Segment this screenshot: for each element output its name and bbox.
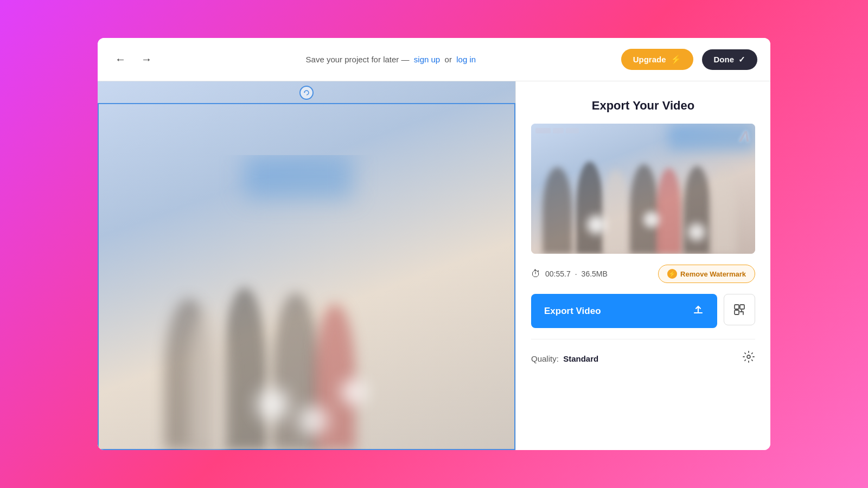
svg-rect-1 — [735, 305, 739, 309]
svg-point-4 — [747, 355, 750, 358]
export-buttons-row: Export Video — [531, 294, 755, 328]
preview-crowd-bg — [531, 124, 755, 254]
meta-separator: · — [575, 269, 577, 278]
share-button[interactable] — [724, 294, 755, 325]
log-in-link[interactable]: log in — [456, 55, 476, 64]
meta-row: ⏱ 00:55.7 · 36.5MB ⚡ Remove Watermark — [531, 265, 755, 283]
app-wrapper: ← → Save your project for later — sign u… — [98, 38, 770, 450]
preview-logo-watermark: Λ — [739, 128, 750, 145]
video-preview: Λ — [531, 124, 755, 254]
watermark-upgrade-icon: ⚡ — [667, 269, 677, 279]
nav-buttons: ← → — [111, 51, 156, 68]
done-button[interactable]: Done ✓ — [702, 49, 758, 70]
crowd-silhouettes — [98, 155, 515, 450]
upload-icon — [692, 304, 704, 318]
rotation-handle[interactable] — [299, 86, 314, 100]
svg-rect-3 — [735, 310, 739, 314]
video-duration: 00:55.7 — [545, 269, 571, 278]
back-button[interactable]: ← — [111, 51, 130, 68]
export-panel: Export Your Video — [515, 81, 770, 450]
remove-watermark-button[interactable]: ⚡ Remove Watermark — [658, 265, 755, 283]
top-bar: ← → Save your project for later — sign u… — [98, 38, 770, 81]
export-title: Export Your Video — [531, 99, 755, 113]
save-message: Save your project for later — sign up or… — [169, 55, 612, 64]
main-content: Export Your Video — [98, 81, 770, 450]
svg-rect-2 — [740, 305, 744, 309]
video-meta: ⏱ 00:55.7 · 36.5MB — [531, 268, 608, 280]
upgrade-button[interactable]: Upgrade ⚡ — [621, 49, 693, 70]
preview-watermark — [535, 128, 579, 133]
forward-button[interactable]: → — [137, 51, 156, 68]
quality-settings-button[interactable] — [742, 350, 755, 367]
canvas-area — [98, 81, 515, 450]
video-size: 36.5MB — [582, 269, 608, 278]
divider — [531, 339, 755, 339]
checkmark-icon: ✓ — [738, 55, 745, 65]
sign-up-link[interactable]: sign up — [414, 55, 440, 64]
quality-value: Standard — [563, 354, 598, 363]
bolt-icon: ⚡ — [671, 54, 681, 65]
quality-row: Quality: Standard — [531, 350, 755, 367]
quality-label: Quality: Standard — [531, 354, 598, 363]
export-video-button[interactable]: Export Video — [531, 294, 717, 328]
clock-icon: ⏱ — [531, 268, 541, 280]
